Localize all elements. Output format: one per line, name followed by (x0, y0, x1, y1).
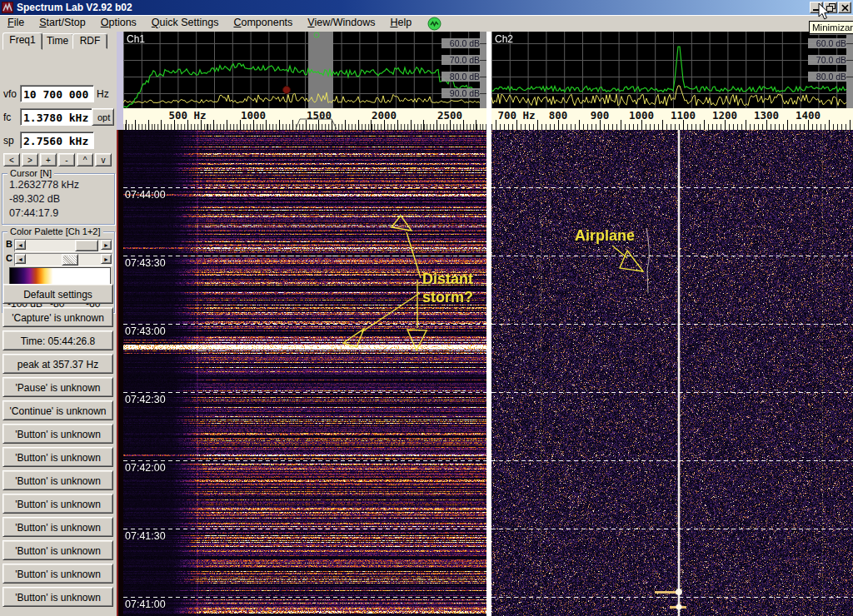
contrast-label: C (6, 253, 12, 263)
sidebar: Freq1TimeRDF vfo 10 700 000 Hz fc 1.3780… (0, 32, 117, 616)
menu-item-help[interactable]: Help (382, 15, 419, 32)
tune-button-0[interactable]: < (3, 153, 20, 166)
fc-row: fc 1.3780 kHz opt (0, 108, 117, 128)
menu-item-start-stop[interactable]: Start/Stop (32, 15, 93, 32)
restore-icon (826, 3, 836, 12)
menu-item-view-windows[interactable]: View/Windows (300, 15, 382, 32)
brightness-label: B (6, 239, 12, 249)
channel2-panel: Ch2 700 Hz80090010001100120013001400 60.… (491, 32, 853, 616)
ch1-spectrum-graph[interactable] (123, 32, 486, 108)
sp-row: sp 2.7560 kHz (0, 132, 117, 152)
ch1-freq-label-4: 2500 (437, 109, 462, 122)
channel1-panel: Ch1 500 Hz1000150020002500 60.0 dB70.0 d… (123, 32, 486, 616)
tab-freq1[interactable]: Freq1 (2, 32, 42, 50)
sidebar-button-7[interactable]: 'Button' is unknown (2, 447, 113, 467)
ch2-freq-label-1: 800 (549, 109, 568, 122)
ch1-label: Ch1 (127, 33, 145, 45)
ch1-frequency-scale[interactable]: 500 Hz1000150020002500 (123, 108, 486, 130)
close-icon (841, 4, 849, 12)
sidebar-button-5[interactable]: 'Continue' is unknown (2, 400, 113, 420)
restore-button[interactable] (824, 2, 837, 13)
ch2-frequency-scale[interactable]: 700 Hz80090010001100120013001400 (491, 108, 853, 130)
sidebar-button-10[interactable]: 'Button' is unknown (2, 517, 113, 537)
sidebar-button-9[interactable]: 'Button' is unknown (2, 494, 113, 514)
fc-label: fc (3, 112, 11, 123)
sp-label: sp (3, 135, 14, 147)
sidebar-button-0[interactable]: Default settings (2, 284, 113, 304)
ch2-db-tick (846, 77, 853, 77)
ch2-db-label-1: 70.0 dB (808, 55, 847, 65)
title-bar: Spectrum Lab V2.92 b02 (0, 0, 853, 15)
status-led-icon[interactable] (427, 17, 441, 31)
ch2-waterfall[interactable] (491, 130, 853, 616)
opt-button[interactable]: opt (92, 108, 114, 126)
ch2-label: Ch2 (495, 33, 513, 45)
contrast-thumb[interactable] (62, 254, 78, 266)
ch2-freq-label-6: 1300 (754, 109, 779, 122)
brightness-slider[interactable]: ◄ ► (14, 239, 112, 252)
brightness-right-arrow-icon[interactable]: ► (101, 240, 112, 250)
ch2-spectrum-graph[interactable] (491, 32, 853, 108)
ch1-db-label-3: 90.0 dB (441, 88, 481, 98)
sidebar-button-8[interactable]: 'Button' is unknown (2, 470, 113, 490)
ch2-db-label-2: 80.0 dB (808, 72, 847, 82)
ch1-db-tick (480, 60, 486, 61)
tune-button-5[interactable]: v (95, 153, 112, 166)
brightness-left-arrow-icon[interactable]: ◄ (15, 240, 26, 250)
vfo-unit: Hz (97, 88, 109, 100)
minimize-icon (812, 4, 821, 12)
tab-rdf[interactable]: RDF (72, 33, 107, 49)
contrast-left-arrow-icon[interactable]: ◄ (15, 254, 26, 264)
cursor-panel: Cursor [N] 1.2632778 kHz -89.302 dB 07:4… (2, 173, 115, 225)
menu-bar: FileStart/StopOptionsQuick SettingsCompo… (0, 15, 853, 32)
menu-item-components[interactable]: Components (226, 15, 300, 32)
vfo-label: vfo (3, 88, 17, 100)
tune-button-2[interactable]: + (40, 153, 57, 166)
close-button[interactable] (838, 2, 851, 13)
menu-item-options[interactable]: Options (93, 15, 144, 32)
sidebar-button-2[interactable]: Time: 05:44:26.8 (2, 330, 113, 350)
sidebar-button-6[interactable]: 'Button' is unknown (2, 424, 113, 444)
ch1-db-label-1: 70.0 dB (441, 55, 481, 65)
ch1-db-label-2: 80.0 dB (441, 72, 481, 82)
contrast-slider[interactable]: ◄ ► (14, 253, 112, 266)
window-title: Spectrum Lab V2.92 b02 (17, 2, 132, 13)
ch2-freq-label-2: 900 (591, 109, 610, 122)
tune-button-1[interactable]: > (22, 153, 38, 166)
tooltip: Minimizar (809, 21, 853, 34)
ch2-db-label-0: 60.0 dB (808, 38, 847, 48)
app-icon (2, 2, 13, 13)
sp-input[interactable]: 2.7560 kHz (20, 132, 94, 149)
sidebar-button-13[interactable]: 'Button' is unknown (2, 587, 113, 607)
ch2-freq-label-7: 1400 (796, 109, 821, 122)
cursor-frequency: 1.2632778 kHz (9, 179, 79, 191)
ch1-freq-label-1: 1000 (241, 109, 266, 122)
contrast-right-arrow-icon[interactable]: ► (101, 254, 112, 264)
ch1-freq-label-3: 2000 (372, 109, 397, 122)
menu-item-quick-settings[interactable]: Quick Settings (144, 15, 227, 32)
ch1-freq-label-2: 1500 (307, 109, 332, 122)
ch1-db-tick (480, 93, 486, 94)
window-controls (809, 2, 851, 13)
ch2-db-tick (846, 60, 853, 61)
fc-input[interactable]: 1.3780 kHz (20, 108, 94, 126)
vfo-input[interactable]: 10 700 000 (20, 85, 94, 102)
sidebar-button-1[interactable]: 'Capture' is unknown (2, 307, 113, 327)
brightness-row: B ◄ ► (4, 239, 112, 251)
sidebar-button-12[interactable]: 'Button' is unknown (2, 564, 113, 584)
brightness-thumb[interactable] (75, 240, 98, 251)
contrast-row: C ◄ ► (4, 253, 112, 265)
sidebar-button-3[interactable]: peak at 357.37 Hz (2, 354, 113, 374)
sidebar-button-11[interactable]: 'Button' is unknown (2, 540, 113, 560)
tab-time[interactable]: Time (41, 33, 74, 49)
menu-item-file[interactable]: File (0, 15, 32, 32)
tune-button-3[interactable]: - (58, 153, 75, 166)
ch2-db-tick (846, 43, 853, 44)
tune-button-4[interactable]: ^ (77, 153, 93, 166)
ch2-freq-label-4: 1100 (671, 109, 696, 122)
sidebar-button-4[interactable]: 'Pause' is unknown (2, 377, 113, 397)
ch1-waterfall[interactable] (123, 130, 486, 616)
vfo-row: vfo 10 700 000 Hz (0, 85, 117, 105)
minimize-button[interactable] (810, 2, 823, 13)
analyzer-area: Ch1 500 Hz1000150020002500 60.0 dB70.0 d… (117, 32, 853, 616)
